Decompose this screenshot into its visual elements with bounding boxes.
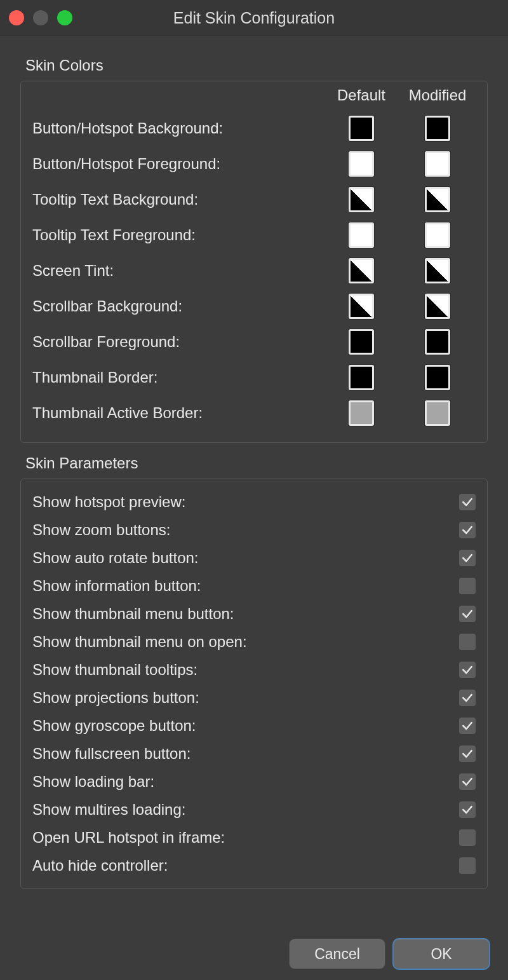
checkbox[interactable] bbox=[459, 801, 476, 818]
header-modified: Modified bbox=[399, 86, 476, 104]
color-swatch-modified[interactable] bbox=[425, 151, 450, 177]
color-row: Scrollbar Background: bbox=[32, 289, 476, 324]
param-label: Show loading bar: bbox=[32, 773, 154, 791]
param-row: Show thumbnail menu on open: bbox=[32, 628, 476, 656]
color-swatch-modified[interactable] bbox=[425, 187, 450, 212]
color-row: Thumbnail Border: bbox=[32, 360, 476, 395]
color-swatch-default[interactable] bbox=[349, 187, 374, 212]
minimize-icon[interactable] bbox=[33, 10, 48, 25]
color-label: Tooltip Text Background: bbox=[32, 191, 323, 208]
color-swatch-default[interactable] bbox=[349, 400, 374, 426]
checkbox[interactable] bbox=[459, 634, 476, 650]
param-row: Show auto rotate button: bbox=[32, 544, 476, 572]
param-row: Show zoom buttons: bbox=[32, 516, 476, 544]
color-row: Tooltip Text Foreground: bbox=[32, 217, 476, 253]
color-swatch-default[interactable] bbox=[349, 222, 374, 248]
param-row: Show projections button: bbox=[32, 684, 476, 712]
titlebar: Edit Skin Configuration bbox=[0, 0, 508, 36]
checkbox[interactable] bbox=[459, 745, 476, 762]
color-label: Scrollbar Background: bbox=[32, 297, 323, 315]
color-swatch-default[interactable] bbox=[349, 258, 374, 283]
color-row: Button/Hotspot Background: bbox=[32, 111, 476, 146]
header-default: Default bbox=[323, 86, 399, 104]
param-row: Show information button: bbox=[32, 572, 476, 600]
param-label: Show multires loading: bbox=[32, 801, 185, 819]
color-swatch-modified[interactable] bbox=[425, 258, 450, 283]
window-title: Edit Skin Configuration bbox=[0, 9, 508, 27]
checkbox[interactable] bbox=[459, 522, 476, 538]
param-label: Show information button: bbox=[32, 577, 201, 595]
dialog-footer: Cancel OK bbox=[290, 939, 489, 969]
color-swatch-default[interactable] bbox=[349, 151, 374, 177]
color-swatch-modified[interactable] bbox=[425, 294, 450, 319]
checkbox[interactable] bbox=[459, 550, 476, 566]
checkbox[interactable] bbox=[459, 494, 476, 510]
param-label: Show auto rotate button: bbox=[32, 549, 199, 567]
param-row: Show thumbnail tooltips: bbox=[32, 656, 476, 684]
param-row: Show multires loading: bbox=[32, 796, 476, 824]
color-label: Tooltip Text Foreground: bbox=[32, 226, 323, 244]
color-swatch-default[interactable] bbox=[349, 116, 374, 141]
color-swatch-modified[interactable] bbox=[425, 329, 450, 355]
param-label: Show thumbnail menu button: bbox=[32, 605, 234, 623]
color-label: Button/Hotspot Foreground: bbox=[32, 155, 323, 173]
color-swatch-modified[interactable] bbox=[425, 116, 450, 141]
color-row: Scrollbar Foreground: bbox=[32, 324, 476, 360]
param-row: Show loading bar: bbox=[32, 768, 476, 796]
param-label: Auto hide controller: bbox=[32, 857, 168, 875]
color-swatch-default[interactable] bbox=[349, 329, 374, 355]
param-label: Show hotspot preview: bbox=[32, 493, 185, 511]
color-row: Button/Hotspot Foreground: bbox=[32, 146, 476, 182]
color-row: Screen Tint: bbox=[32, 253, 476, 289]
param-label: Show zoom buttons: bbox=[32, 521, 170, 539]
param-label: Show projections button: bbox=[32, 689, 199, 707]
color-row: Thumbnail Active Border: bbox=[32, 395, 476, 431]
close-icon[interactable] bbox=[9, 10, 24, 25]
color-swatch-default[interactable] bbox=[349, 365, 374, 390]
color-swatch-modified[interactable] bbox=[425, 365, 450, 390]
param-label: Show thumbnail tooltips: bbox=[32, 661, 197, 679]
cancel-button[interactable]: Cancel bbox=[290, 939, 385, 969]
skin-parameters-group: Show hotspot preview:Show zoom buttons:S… bbox=[20, 479, 488, 889]
color-swatch-default[interactable] bbox=[349, 294, 374, 319]
checkbox[interactable] bbox=[459, 578, 476, 594]
color-label: Thumbnail Border: bbox=[32, 369, 323, 386]
param-label: Show fullscreen button: bbox=[32, 745, 190, 763]
color-row: Tooltip Text Background: bbox=[32, 182, 476, 217]
skin-colors-group: Default Modified Button/Hotspot Backgrou… bbox=[20, 81, 488, 443]
window-controls bbox=[9, 10, 72, 25]
color-label: Thumbnail Active Border: bbox=[32, 404, 323, 422]
param-row: Show thumbnail menu button: bbox=[32, 600, 476, 628]
checkbox[interactable] bbox=[459, 662, 476, 678]
ok-button[interactable]: OK bbox=[394, 939, 489, 969]
color-swatch-modified[interactable] bbox=[425, 400, 450, 426]
param-label: Show thumbnail menu on open: bbox=[32, 633, 247, 651]
checkbox[interactable] bbox=[459, 773, 476, 790]
color-label: Scrollbar Foreground: bbox=[32, 333, 323, 351]
color-label: Button/Hotspot Background: bbox=[32, 119, 323, 137]
color-swatch-modified[interactable] bbox=[425, 222, 450, 248]
skin-colors-title: Skin Colors bbox=[25, 57, 488, 74]
checkbox[interactable] bbox=[459, 857, 476, 874]
param-label: Open URL hotspot in iframe: bbox=[32, 829, 225, 847]
param-row: Show hotspot preview: bbox=[32, 488, 476, 516]
param-label: Show gyroscope button: bbox=[32, 717, 196, 735]
maximize-icon[interactable] bbox=[57, 10, 72, 25]
checkbox[interactable] bbox=[459, 606, 476, 622]
checkbox[interactable] bbox=[459, 718, 476, 734]
skin-parameters-title: Skin Parameters bbox=[25, 454, 488, 472]
checkbox[interactable] bbox=[459, 829, 476, 846]
color-label: Screen Tint: bbox=[32, 262, 323, 280]
checkbox[interactable] bbox=[459, 690, 476, 706]
param-row: Open URL hotspot in iframe: bbox=[32, 824, 476, 852]
param-row: Show fullscreen button: bbox=[32, 740, 476, 768]
param-row: Show gyroscope button: bbox=[32, 712, 476, 740]
param-row: Auto hide controller: bbox=[32, 852, 476, 880]
